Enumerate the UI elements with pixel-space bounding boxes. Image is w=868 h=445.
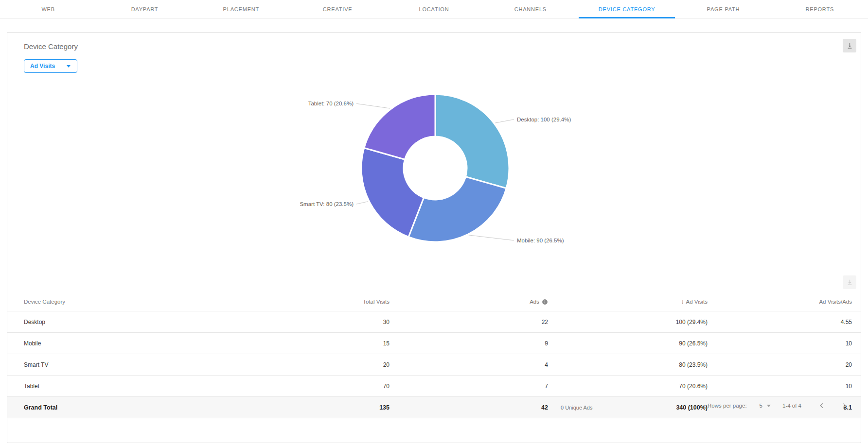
donut-slice-smart-tv[interactable]	[361, 148, 424, 237]
row-value: 100 (29.4%)	[548, 319, 708, 325]
donut-slice-desktop[interactable]	[435, 94, 509, 188]
column-header-ad-visits[interactable]: ↓Ad Visits	[548, 298, 708, 305]
primary-tab-bar: WEBDAYPARTPLACEMENTCREATIVELOCATIONCHANN…	[0, 0, 868, 18]
column-header-label: Ads	[530, 299, 539, 305]
row-category: Mobile	[24, 340, 218, 347]
table-row-desktop: Desktop3022100 (29.4%)4.55	[7, 311, 861, 333]
column-header-label: Device Category	[24, 299, 65, 305]
sort-desc-arrow-icon: ↓	[681, 298, 684, 305]
device-category-table: Device CategoryTotal VisitsAds↓Ad Visits…	[7, 292, 861, 418]
table-row-smart-tv: Smart TV20480 (23.5%)20	[7, 354, 861, 376]
row-value: 80 (23.5%)	[548, 361, 708, 368]
table-body: Desktop3022100 (29.4%)4.55Mobile15990 (2…	[7, 311, 861, 397]
slice-leader-line	[469, 235, 514, 240]
previous-page-button[interactable]	[816, 400, 828, 411]
tab-creative[interactable]: CREATIVE	[289, 0, 386, 18]
info-icon[interactable]	[542, 299, 548, 305]
row-value: 22	[390, 319, 548, 325]
tab-device-category[interactable]: DEVICE CATEGORY	[579, 0, 675, 18]
device-category-donut-chart: Desktop: 100 (29.4%)Mobile: 90 (26.5%)Sm…	[7, 81, 862, 295]
column-header-device-category[interactable]: Device Category	[24, 299, 218, 305]
tab-channels[interactable]: CHANNELS	[482, 0, 579, 18]
rows-per-page-value: 5	[760, 403, 762, 409]
column-header-ads[interactable]: Ads	[390, 299, 548, 305]
column-header-label: Ad Visits/Ads	[819, 299, 852, 305]
caret-down-icon	[767, 405, 771, 407]
column-header-label: Total Visits	[363, 299, 390, 305]
chevron-right-icon	[840, 401, 849, 410]
row-value: 20	[708, 361, 852, 368]
tab-page-path[interactable]: PAGE PATH	[675, 0, 771, 18]
pagination-range: 1-4 of 4	[782, 403, 801, 409]
row-category: Tablet	[24, 383, 218, 390]
rows-per-page-select[interactable]: 5	[760, 403, 771, 409]
tab-location[interactable]: LOCATION	[386, 0, 482, 18]
donut-slice-mobile[interactable]	[408, 177, 506, 242]
tab-reports[interactable]: REPORTS	[772, 0, 868, 18]
row-value: 4.55	[708, 319, 852, 325]
download-chart-button[interactable]	[843, 39, 856, 52]
tab-daypart[interactable]: DAYPART	[96, 0, 193, 18]
row-category: Smart TV	[24, 361, 218, 368]
device-category-card: Device Category Ad Visits Desktop: 100 (…	[7, 32, 861, 443]
column-header-total-visits[interactable]: Total Visits	[218, 299, 390, 305]
column-header-label: Ad Visits	[686, 299, 708, 305]
tab-web[interactable]: WEB	[0, 0, 96, 18]
row-value: 70	[218, 383, 390, 390]
slice-leader-line	[495, 120, 514, 123]
row-value: 4	[390, 361, 548, 368]
caret-down-icon	[67, 65, 71, 68]
table-row-mobile: Mobile15990 (26.5%)10	[7, 333, 861, 354]
row-value: 10	[708, 383, 852, 390]
table-pagination: Rows per page: 5 1-4 of 4	[7, 393, 861, 418]
row-category: Desktop	[24, 319, 218, 325]
download-table-button[interactable]	[843, 275, 856, 289]
chevron-left-icon	[817, 401, 826, 410]
row-value: 90 (26.5%)	[548, 340, 708, 347]
next-page-button[interactable]	[838, 400, 850, 411]
column-header-ad-visits-ads[interactable]: Ad Visits/Ads	[708, 299, 852, 305]
metric-selector-dropdown[interactable]: Ad Visits	[24, 59, 77, 73]
row-value: 7	[390, 383, 548, 390]
row-value: 10	[708, 340, 852, 347]
row-value: 9	[390, 340, 548, 347]
row-value: 20	[218, 361, 390, 368]
row-value: 15	[218, 340, 390, 347]
slice-leader-line	[356, 202, 368, 204]
page-title: Device Category	[24, 42, 78, 51]
rows-per-page-label: Rows per page:	[708, 403, 747, 409]
slice-label-smart-tv: Smart TV: 80 (23.5%)	[300, 201, 354, 207]
row-value: 30	[218, 319, 390, 325]
table-header-row: Device CategoryTotal VisitsAds↓Ad Visits…	[7, 292, 861, 311]
slice-label-desktop: Desktop: 100 (29.4%)	[517, 117, 571, 122]
slice-label-tablet: Tablet: 70 (20.6%)	[308, 101, 354, 106]
donut-slice-tablet[interactable]	[364, 94, 435, 159]
slice-label-mobile: Mobile: 90 (26.5%)	[517, 238, 564, 243]
slice-leader-line	[356, 103, 390, 108]
download-icon	[846, 42, 854, 50]
tab-placement[interactable]: PLACEMENT	[193, 0, 289, 18]
row-value: 70 (20.6%)	[548, 383, 708, 390]
metric-selector-value: Ad Visits	[30, 63, 55, 69]
download-icon	[846, 278, 854, 287]
